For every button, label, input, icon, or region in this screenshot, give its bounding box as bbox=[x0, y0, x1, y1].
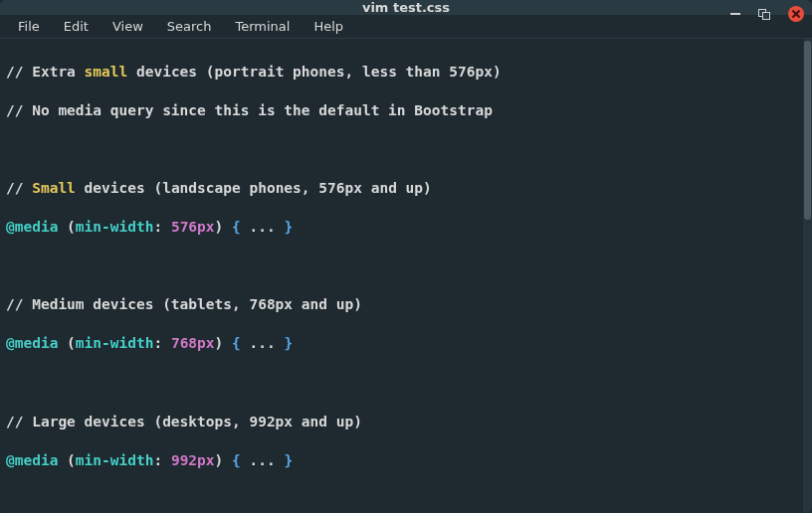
keyword: small bbox=[85, 64, 128, 80]
brace: { bbox=[232, 335, 241, 351]
brace: } bbox=[284, 219, 293, 235]
paren: ( bbox=[58, 452, 75, 468]
ellipsis: ... bbox=[241, 452, 285, 468]
brace: } bbox=[284, 335, 293, 351]
menu-view[interactable]: View bbox=[102, 15, 153, 38]
at-rule: @media bbox=[6, 219, 58, 235]
ellipsis: ... bbox=[241, 219, 285, 235]
menu-help[interactable]: Help bbox=[304, 15, 353, 38]
brace: } bbox=[284, 452, 293, 468]
colon: : bbox=[153, 335, 170, 351]
menu-search[interactable]: Search bbox=[157, 15, 222, 38]
property: min-width bbox=[76, 335, 154, 351]
comment: // Medium devices (tablets, 768px and up… bbox=[6, 296, 362, 312]
window-controls bbox=[728, 0, 804, 28]
code-editor[interactable]: // Extra small devices (portrait phones,… bbox=[0, 39, 803, 513]
menu-edit[interactable]: Edit bbox=[54, 15, 99, 38]
property: min-width bbox=[76, 452, 154, 468]
scrollbar[interactable] bbox=[803, 39, 812, 513]
minimize-button[interactable] bbox=[728, 7, 742, 21]
value: 992px bbox=[171, 452, 215, 468]
menubar: File Edit View Search Terminal Help bbox=[0, 15, 812, 39]
close-button[interactable] bbox=[788, 6, 804, 22]
editor-area: // Extra small devices (portrait phones,… bbox=[0, 39, 812, 513]
titlebar: vim test.css bbox=[0, 0, 812, 15]
paren: ) bbox=[215, 335, 232, 351]
brace: { bbox=[232, 219, 241, 235]
maximize-button[interactable] bbox=[758, 7, 772, 21]
value: 768px bbox=[171, 335, 215, 351]
comment: // No media query since this is the defa… bbox=[6, 102, 493, 118]
property: min-width bbox=[76, 219, 154, 235]
paren: ( bbox=[58, 335, 75, 351]
comment: // Large devices (desktops, 992px and up… bbox=[6, 414, 362, 429]
comment: // bbox=[6, 180, 32, 196]
comment: // Extra bbox=[6, 64, 85, 80]
keyword: Small bbox=[32, 180, 76, 196]
terminal-window: vim test.css File Edit View Search Termi… bbox=[0, 0, 812, 513]
comment: devices (landscape phones, 576px and up) bbox=[76, 180, 432, 196]
paren: ) bbox=[215, 452, 232, 468]
paren: ) bbox=[215, 219, 232, 235]
window-title: vim test.css bbox=[362, 0, 450, 15]
ellipsis: ... bbox=[241, 335, 285, 351]
colon: : bbox=[153, 219, 170, 235]
scrollbar-thumb[interactable] bbox=[804, 41, 811, 220]
brace: { bbox=[232, 452, 241, 468]
paren: ( bbox=[58, 219, 75, 235]
menu-terminal[interactable]: Terminal bbox=[225, 15, 300, 38]
comment: devices (portrait phones, less than 576p… bbox=[127, 64, 501, 80]
value: 576px bbox=[171, 219, 215, 235]
colon: : bbox=[153, 452, 170, 468]
at-rule: @media bbox=[6, 452, 58, 468]
menu-file[interactable]: File bbox=[8, 15, 50, 38]
at-rule: @media bbox=[6, 335, 58, 351]
